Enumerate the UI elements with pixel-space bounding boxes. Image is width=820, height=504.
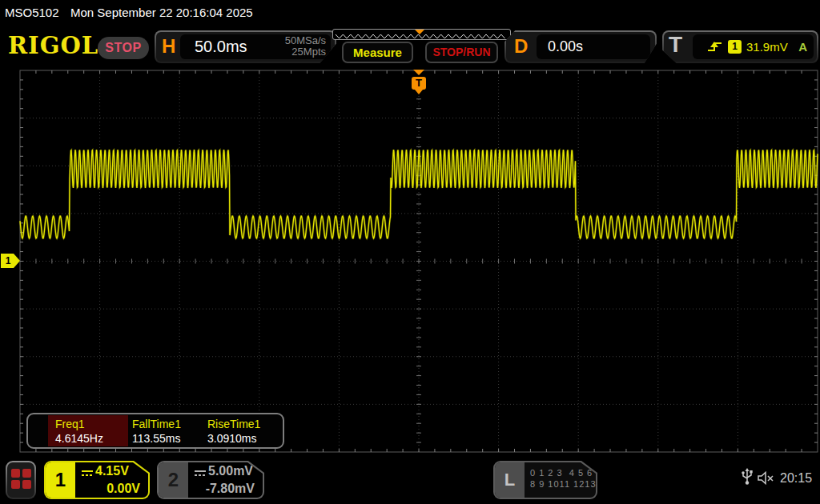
logic-channels-row1: 0 1 2 3 4 5 6 7	[530, 468, 596, 478]
logic-tab[interactable]: L	[495, 462, 525, 498]
measurement-label: RiseTime1	[207, 418, 260, 430]
dc-coupling-icon	[194, 470, 207, 477]
channel1-offset: 0.00V	[107, 482, 140, 496]
measurement-value: 4.6145Hz	[55, 432, 103, 445]
oscilloscope-screen: MSO5102 Mon September 22 20:16:04 2025 R…	[0, 0, 820, 504]
measurement-value: 3.0910ms	[207, 432, 256, 445]
channel1-scale: 4.15V	[95, 464, 129, 478]
clock-text: 20:15	[780, 471, 812, 486]
trigger-position-marker[interactable]: T	[411, 70, 427, 97]
channel2-offset: -7.80mV	[206, 482, 255, 496]
channel2-scale: 5.00mV	[208, 464, 253, 478]
usb-icon	[741, 468, 754, 486]
channel1-tab[interactable]: 1	[46, 462, 75, 498]
channel2-tab[interactable]: 2	[159, 462, 188, 498]
trigger-marker-badge: T	[412, 77, 426, 90]
measurement-label: FallTime1	[132, 418, 181, 430]
speaker-muted-icon	[758, 471, 775, 485]
measurement-value: 113.55ms	[132, 432, 180, 445]
apps-grid-icon	[11, 469, 30, 490]
measurement-panel[interactable]: Freq1 FallTime1 RiseTime1 4.6145Hz 113.5…	[26, 413, 284, 449]
measurement-label: Freq1	[55, 418, 85, 430]
trigger-marker-tail-icon	[415, 90, 423, 94]
logic-channels-block[interactable]: L 0 1 2 3 4 5 6 7 8 9 1011 12131415	[493, 461, 597, 499]
dc-coupling-icon	[81, 470, 94, 477]
channel2-body: 2 5.00mV -7.80mV	[159, 462, 263, 498]
apps-menu-button[interactable]	[6, 461, 36, 499]
logic-body: L 0 1 2 3 4 5 6 7 8 9 1011 12131415	[495, 462, 596, 498]
channel2-status-block[interactable]: 2 5.00mV -7.80mV	[157, 461, 264, 499]
logic-channels-row2: 8 9 1011 12131415	[530, 479, 596, 489]
trigger-marker-triangle-icon	[413, 70, 424, 75]
channel1-status-block[interactable]: 1 4.15V 0.00V	[44, 461, 150, 499]
channel1-body: 1 4.15V 0.00V	[46, 462, 148, 498]
